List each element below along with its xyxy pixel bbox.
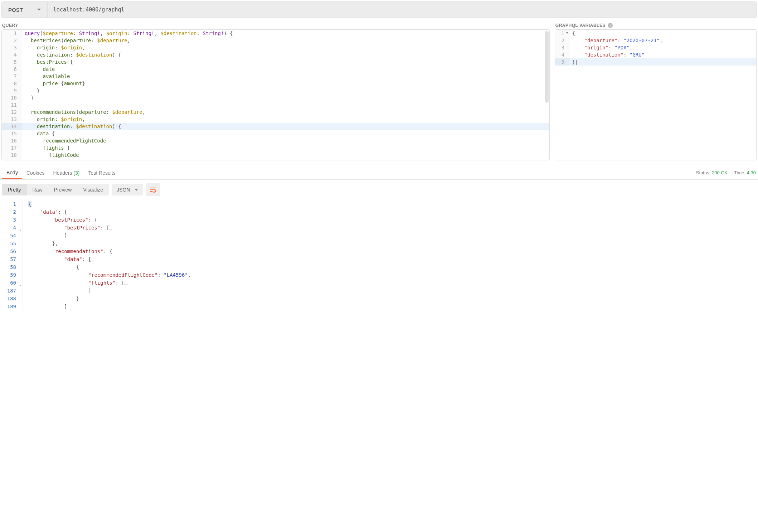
variables-header: GRAPHQL VARIABLES i (555, 21, 757, 29)
code-line[interactable]: 7 available (2, 73, 549, 80)
gutter: 1 (2, 30, 22, 37)
code-line[interactable]: 9 } (2, 87, 549, 94)
code-line[interactable]: 55 }, (0, 240, 758, 247)
code-line[interactable]: 3 "origin": "POA", (555, 44, 756, 51)
tab-label: Cookies (26, 170, 45, 176)
time-block: Time: 4.30 (734, 170, 756, 175)
gutter: 5 (2, 58, 22, 66)
tab-label: Headers (53, 170, 72, 176)
gutter: 15 (2, 130, 22, 137)
code-line[interactable]: 5}| (555, 58, 756, 66)
code-line[interactable]: 19 flightDuration (2, 159, 549, 160)
variables-editor[interactable]: 1{2 "departure": "2020-07-21",3 "origin"… (555, 29, 757, 160)
gutter: 55 (0, 240, 23, 247)
response-tab-test-results[interactable]: Test Results (84, 167, 120, 179)
gutter: 1 (555, 30, 569, 37)
code-line[interactable]: 59 "recommendedFlightCode": "LA4596", (0, 271, 758, 279)
code-content: query($departure: String!, $origin: Stri… (22, 30, 549, 37)
code-line[interactable]: 2 bestPrices(departure: $departure, (2, 37, 549, 44)
info-icon[interactable]: i (608, 23, 613, 28)
code-content: "data": { (23, 208, 758, 216)
code-line[interactable]: 18 flightCode (2, 151, 549, 159)
view-mode-visualize[interactable]: Visualize (77, 184, 109, 195)
code-content: origin: $origin, (22, 116, 549, 123)
response-tab-body[interactable]: Body (2, 167, 22, 179)
code-content: "departure": "2020-07-21", (569, 37, 756, 44)
query-editor[interactable]: 1query($departure: String!, $origin: Str… (1, 29, 550, 160)
gutter: 57 (0, 255, 23, 263)
gutter: 54 (0, 232, 23, 240)
code-line[interactable]: 16 recommendedFlightCode (2, 137, 549, 144)
code-line[interactable]: 4› "bestPrices": [… (0, 224, 758, 232)
response-tab-headers[interactable]: Headers (3) (49, 167, 84, 179)
code-content: flights { (22, 144, 549, 151)
response-tab-cookies[interactable]: Cookies (22, 167, 49, 179)
code-line[interactable]: 6 date (2, 66, 549, 73)
code-content: origin: $origin, (22, 44, 549, 51)
code-line[interactable]: 15 data { (2, 130, 549, 137)
tab-label: Test Results (88, 170, 115, 176)
http-method-select[interactable]: POST (2, 2, 48, 18)
gutter: 189 (0, 303, 23, 310)
code-line[interactable]: 4 destination: $destination) { (2, 51, 549, 58)
code-line[interactable]: 54 ] (0, 232, 758, 240)
gutter: 187 (0, 287, 23, 295)
code-line[interactable]: 1{ (0, 200, 758, 208)
code-line[interactable]: 1{ (555, 30, 756, 37)
code-line[interactable]: 3 "bestPrices": { (0, 216, 758, 224)
response-status: Status: 200 OK Time: 4.30 (696, 170, 756, 175)
code-line[interactable]: 2 "data": { (0, 208, 758, 216)
response-lang-select[interactable]: JSON (112, 184, 143, 195)
code-line[interactable]: 17 flights { (2, 144, 549, 151)
code-content: { (569, 30, 756, 37)
status-label: Status: (696, 170, 710, 175)
gutter: 14 (2, 123, 22, 130)
code-content: data { (22, 130, 549, 137)
editor-row: QUERY 1query($departure: String!, $origi… (0, 21, 758, 160)
code-line[interactable]: 4 "destination": "GRU" (555, 51, 756, 58)
code-line[interactable]: 3 origin: $origin, (2, 44, 549, 51)
url-input[interactable]: localhost:4000/graphql (48, 2, 756, 18)
gutter: 8 (2, 80, 22, 87)
code-line[interactable]: 188 } (0, 295, 758, 303)
code-line[interactable]: 13 origin: $origin, (2, 116, 549, 123)
code-content: destination: $destination) { (22, 51, 549, 58)
code-line[interactable]: 189 ] (0, 303, 758, 310)
code-content: bestPrices { (22, 58, 549, 66)
code-line[interactable]: 10 } (2, 94, 549, 101)
code-line[interactable]: 187 ] (0, 287, 758, 295)
wrap-lines-button[interactable] (146, 183, 160, 196)
chevron-down-icon (135, 189, 138, 191)
view-mode-preview[interactable]: Preview (48, 184, 78, 195)
gutter: 19 (2, 159, 22, 160)
gutter: 11 (2, 101, 22, 108)
url-value: localhost:4000/graphql (53, 6, 125, 13)
code-content: price {amount} (22, 80, 549, 87)
code-line[interactable]: 14 destination: $destination) { (2, 123, 549, 130)
code-content: ] (23, 232, 758, 240)
code-line[interactable]: 8 price {amount} (2, 80, 549, 87)
code-line[interactable]: 57 "data": [ (0, 255, 758, 263)
view-mode-raw[interactable]: Raw (27, 184, 48, 195)
code-content: "bestPrices": [… (23, 224, 758, 232)
gutter: 58 (0, 263, 23, 271)
code-content: recommendedFlightCode (22, 137, 549, 144)
code-line[interactable]: 12 recommendations(departure: $departure… (2, 108, 549, 116)
code-line[interactable]: 11 (2, 101, 549, 108)
scrollbar-thumb[interactable] (545, 31, 549, 103)
code-content: bestPrices(departure: $departure, (22, 37, 549, 44)
code-line[interactable]: 56 "recommendations": { (0, 247, 758, 255)
fold-caret-icon[interactable] (566, 32, 569, 34)
code-content: date (22, 66, 549, 73)
code-line[interactable]: 1query($departure: String!, $origin: Str… (2, 30, 549, 37)
response-body[interactable]: 1{2 "data": {3 "bestPrices": {4› "bestPr… (0, 200, 758, 310)
code-content: }| (569, 58, 756, 66)
code-line[interactable]: 58 { (0, 263, 758, 271)
code-line[interactable]: 5 bestPrices { (2, 58, 549, 66)
view-mode-pretty[interactable]: Pretty (2, 184, 27, 195)
code-content: } (23, 295, 758, 303)
code-line[interactable]: 60› "flights": [… (0, 279, 758, 287)
code-content: recommendations(departure: $departure, (22, 108, 549, 116)
code-line[interactable]: 2 "departure": "2020-07-21", (555, 37, 756, 44)
code-content: "recommendations": { (23, 247, 758, 255)
